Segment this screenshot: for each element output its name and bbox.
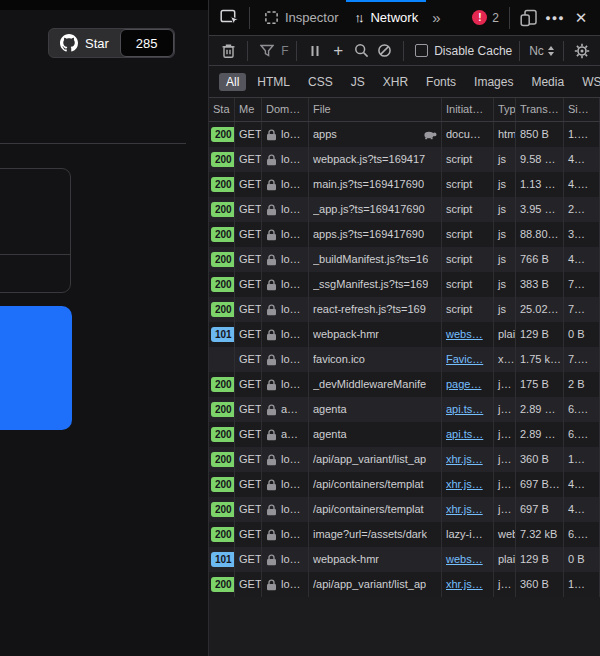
error-counter[interactable]: ! 2	[472, 10, 499, 25]
network-request-row[interactable]: 200GETlo…_devMiddlewareManifepage…j…175 …	[209, 372, 600, 397]
transferred-cell: 25.02…	[516, 297, 564, 322]
pause-traffic-button[interactable]	[304, 39, 327, 63]
tab-network-label: Network	[370, 10, 418, 25]
column-header[interactable]: Initiat…	[442, 98, 494, 121]
type-cell: js	[494, 172, 516, 197]
network-request-row[interactable]: 200GETlo…/api/app_variant/list_apxhr.js……	[209, 572, 600, 597]
filter-ws[interactable]: WS	[575, 73, 600, 91]
network-request-row[interactable]: 200GETlo…/api/containers/templatxhr.js…j…	[209, 497, 600, 522]
status-cell: 200	[209, 372, 235, 397]
devtools-tabbar: Inspector ↑↓ Network » ! 2 ●●● ✕	[209, 0, 600, 36]
type-cell: j…	[494, 422, 516, 447]
domain-cell: a…	[262, 397, 309, 422]
pick-element-button[interactable]	[217, 5, 243, 31]
file-cell: /api/containers/templat	[309, 497, 442, 522]
status-cell: 200	[209, 172, 235, 197]
network-request-row[interactable]: 200GETa…agentaapi.ts…j…2.89 …6.…	[209, 397, 600, 422]
network-request-row[interactable]: 101GETlo…webpack-hmrwebs…plai129 B0 B	[209, 547, 600, 572]
network-request-row[interactable]: 200GETlo…/api/app_variant/list_apxhr.js……	[209, 447, 600, 472]
initiator-cell: script	[442, 197, 494, 222]
lock-icon	[266, 554, 277, 566]
network-request-row[interactable]: 200GETlo…_buildManifest.js?ts=16scriptjs…	[209, 247, 600, 272]
type-cell: j…	[494, 372, 516, 397]
filter-fonts[interactable]: Fonts	[419, 73, 463, 91]
github-star-label: Star	[85, 36, 109, 51]
network-settings-button[interactable]	[571, 39, 594, 63]
page-blue-button[interactable]	[0, 306, 72, 430]
network-request-row[interactable]: 200GETlo…webpack.js?ts=169417scriptjs9.5…	[209, 147, 600, 172]
initiator-cell[interactable]: api.ts…	[442, 397, 494, 422]
initiator-cell[interactable]: api.ts…	[442, 422, 494, 447]
active-tab-indicator	[346, 0, 426, 2]
network-request-row[interactable]: 200GETlo…_app.js?ts=169417690scriptjs3.9…	[209, 197, 600, 222]
status-badge: 101	[211, 552, 235, 567]
transferred-cell: 7.32 kB	[516, 522, 564, 547]
method-cell: GET	[235, 372, 262, 397]
throttling-value: Nc	[529, 44, 544, 58]
initiator-cell[interactable]: webs…	[442, 547, 494, 572]
error-icon: !	[472, 10, 487, 25]
error-count: 2	[492, 11, 499, 25]
github-star-left[interactable]: Star	[49, 29, 120, 57]
column-header[interactable]: Trans…	[516, 98, 564, 121]
column-header[interactable]: Typ	[494, 98, 516, 121]
initiator-cell[interactable]: xhr.js…	[442, 572, 494, 597]
filter-js[interactable]: JS	[344, 73, 372, 91]
column-header[interactable]: Dom…	[262, 98, 309, 121]
devtools-menu-button[interactable]: ●●●	[542, 5, 568, 31]
status-cell: 200	[209, 147, 235, 172]
filter-xhr[interactable]: XHR	[376, 73, 415, 91]
transferred-cell: 1.75 k…	[516, 347, 564, 372]
network-request-row[interactable]: 200GETlo…/api/containers/templatxhr.js…j…	[209, 472, 600, 497]
more-tabs-chevron[interactable]: »	[426, 9, 446, 26]
filter-images[interactable]: Images	[467, 73, 520, 91]
page-divider	[0, 143, 186, 144]
filter-html[interactable]: HTML	[250, 73, 297, 91]
status-badge: 200	[211, 427, 235, 442]
throttling-dropdown[interactable]: Nc	[527, 44, 556, 58]
network-request-row[interactable]: 200GETlo…_ssgManifest.js?ts=169scriptjs3…	[209, 272, 600, 297]
table-header-row: StaMeDom…FileInitiat…TypTrans…Si…	[209, 98, 600, 122]
clear-requests-button[interactable]	[217, 39, 240, 63]
lock-icon	[266, 254, 277, 266]
disable-cache-label[interactable]: Disable Cache	[434, 44, 512, 58]
new-request-button[interactable]: +	[327, 39, 350, 63]
filter-urls-icon[interactable]	[255, 39, 278, 63]
initiator-cell: lazy-i…	[442, 522, 494, 547]
github-star-count[interactable]: 285	[120, 29, 174, 57]
network-request-row[interactable]: 101GETlo…webpack-hmrwebs…plai129 B0 B	[209, 322, 600, 347]
inspector-icon	[264, 10, 279, 25]
column-header[interactable]: Si…	[564, 98, 600, 121]
network-request-row[interactable]: 200GETlo…appsdocu…htm850 B1.…	[209, 122, 600, 147]
initiator-cell[interactable]: xhr.js…	[442, 447, 494, 472]
initiator-cell[interactable]: webs…	[442, 322, 494, 347]
network-request-row[interactable]: 200GETlo…apps.js?ts=169417690scriptjs88.…	[209, 222, 600, 247]
column-header[interactable]: File	[309, 98, 442, 121]
status-cell: 200	[209, 272, 235, 297]
network-request-row[interactable]: GETlo…favicon.icoFavic…x…1.75 k…7.…	[209, 347, 600, 372]
filter-all[interactable]: All	[219, 73, 246, 91]
tab-network[interactable]: ↑↓ Network	[346, 0, 426, 36]
network-arrows-icon: ↑↓	[354, 10, 364, 25]
column-header[interactable]: Me	[235, 98, 262, 121]
close-devtools-button[interactable]: ✕	[568, 5, 594, 31]
filter-css[interactable]: CSS	[301, 73, 340, 91]
status-badge: 200	[211, 127, 235, 142]
block-requests-button[interactable]	[373, 39, 396, 63]
search-button[interactable]	[350, 39, 373, 63]
responsive-design-mode-button[interactable]	[516, 5, 542, 31]
disable-cache-checkbox[interactable]	[415, 44, 428, 57]
column-header[interactable]: Sta	[209, 98, 235, 121]
network-request-row[interactable]: 200GETlo…main.js?ts=169417690scriptjs1.1…	[209, 172, 600, 197]
network-request-row[interactable]: 200GETlo…image?url=/assets/darklazy-i…we…	[209, 522, 600, 547]
initiator-cell[interactable]: xhr.js…	[442, 472, 494, 497]
tab-inspector[interactable]: Inspector	[256, 0, 346, 36]
network-request-row[interactable]: 200GETlo…react-refresh.js?ts=169scriptjs…	[209, 297, 600, 322]
network-request-row[interactable]: 200GETa…agentaapi.ts…j…2.89 …6.…	[209, 422, 600, 447]
github-star-button[interactable]: Star 285	[48, 28, 175, 58]
initiator-cell[interactable]: Favic…	[442, 347, 494, 372]
initiator-cell[interactable]: page…	[442, 372, 494, 397]
filter-media[interactable]: Media	[524, 73, 571, 91]
initiator-cell[interactable]: xhr.js…	[442, 497, 494, 522]
filter-urls-input[interactable]: F	[281, 44, 288, 58]
